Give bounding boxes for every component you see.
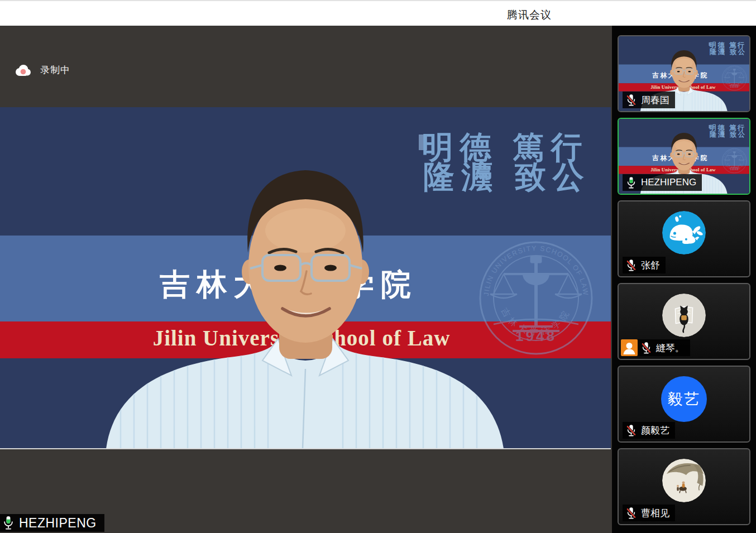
participant-tile-zhouchunguo[interactable]: 周春国 — [618, 35, 750, 112]
mic-muted-icon — [626, 507, 637, 520]
participant-tile-caoxiangjian[interactable]: 曹相见 — [618, 448, 750, 525]
recording-label: 录制中 — [40, 64, 70, 76]
participant-tile-zhangshu[interactable]: 张舒 — [618, 200, 750, 277]
mic-muted-icon — [626, 424, 637, 437]
main-speaker-video[interactable] — [0, 107, 611, 449]
meeting-window: 腾讯会议 录制中 HEZHIPENG — [0, 0, 756, 533]
participant-name: HEZHIPENG — [641, 177, 696, 188]
participant-tile-yanyiyi[interactable]: 毅艺 颜毅艺 — [618, 366, 750, 443]
titlebar: 腾讯会议 — [0, 0, 756, 26]
participant-name: 颜毅艺 — [641, 424, 669, 437]
mic-muted-icon — [626, 259, 637, 272]
participant-label: 颜毅艺 — [623, 422, 675, 439]
speaker-name: HEZHIPENG — [19, 516, 97, 531]
app-title: 腾讯会议 — [507, 8, 552, 22]
participant-name: 縫琴。 — [656, 342, 685, 354]
participant-label: HEZHIPENG — [623, 174, 702, 191]
whale-avatar — [662, 211, 706, 255]
participants-panel: 周春国 HEZHIPENG — [612, 26, 756, 533]
mic-muted-icon — [641, 342, 652, 354]
cat-book-avatar — [662, 294, 706, 337]
participant-tile-fengqin[interactable]: 縫琴。 — [618, 283, 750, 360]
participant-label: 周春国 — [623, 92, 675, 108]
initials-avatar: 毅艺 — [661, 376, 707, 422]
main-stage: 录制中 HEZHIPENG — [0, 26, 612, 533]
participant-label: 曹相见 — [623, 505, 675, 521]
avatar-initials-text: 毅艺 — [668, 389, 700, 409]
mic-muted-icon — [626, 94, 637, 107]
painting-avatar — [662, 459, 706, 502]
participant-label: 张舒 — [623, 257, 666, 273]
participant-name: 周春国 — [641, 94, 669, 107]
mic-live-icon — [626, 176, 637, 189]
participant-name: 曹相见 — [641, 507, 669, 520]
cloud-recording-icon — [15, 64, 31, 76]
participant-name: 张舒 — [641, 259, 660, 272]
speaker-nametag: HEZHIPENG — [0, 514, 104, 532]
participant-tile-hezhipeng[interactable]: HEZHIPENG — [618, 118, 750, 195]
mic-live-icon — [2, 516, 15, 530]
orange-member-badge-icon — [621, 339, 638, 356]
participant-label: 縫琴。 — [621, 339, 690, 356]
recording-indicator[interactable]: 录制中 — [15, 64, 70, 76]
